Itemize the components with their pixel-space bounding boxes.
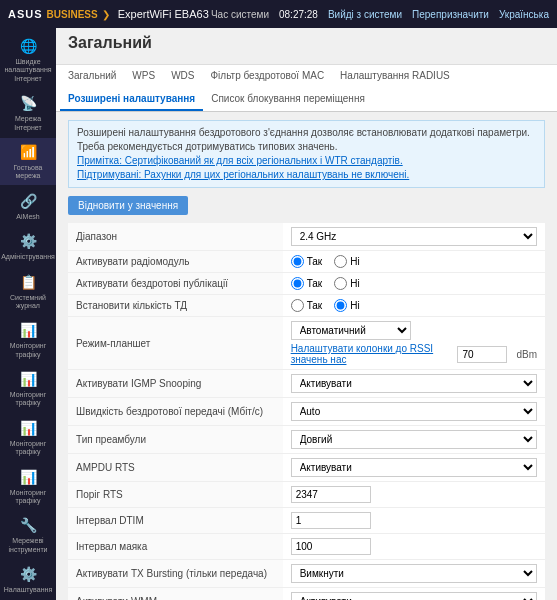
beacon-interval-input[interactable] bbox=[291, 538, 371, 555]
table-row: Інтервал DTIM bbox=[68, 508, 545, 534]
radio-td-yes[interactable]: Так bbox=[291, 299, 323, 312]
page-title: Загальний bbox=[68, 34, 545, 52]
traffic2-icon: 📊 bbox=[18, 369, 38, 389]
sidebar-label-traffic4: Моніторинг трафіку bbox=[2, 489, 54, 506]
field-value[interactable]: Auto bbox=[283, 398, 545, 426]
info-note: Примітка: Сертифікований як для всіх рег… bbox=[77, 155, 403, 166]
tools-icon: 🔧 bbox=[18, 515, 38, 535]
language-selector[interactable]: Українська bbox=[499, 9, 549, 20]
radio-broadcast-yes[interactable]: Так bbox=[291, 277, 323, 290]
sidebar-item-aimesh[interactable]: 🔗 AiMesh bbox=[0, 187, 56, 225]
field-label: Поріг RTS bbox=[68, 482, 283, 508]
field-value[interactable] bbox=[283, 508, 545, 534]
igmp-select[interactable]: АктивуватиВимкнути bbox=[291, 374, 537, 393]
business-text: BUSINESS bbox=[47, 9, 98, 20]
field-value[interactable]: 2.4 GHz 5 GHz bbox=[283, 223, 545, 251]
tab-wds[interactable]: WDS bbox=[163, 65, 202, 88]
table-row: Діапазон 2.4 GHz 5 GHz bbox=[68, 223, 545, 251]
radio-yes[interactable]: Так bbox=[291, 255, 323, 268]
field-label: AMPDU RTS bbox=[68, 454, 283, 482]
radio-broadcast-no[interactable]: Ні bbox=[334, 277, 359, 290]
content-body: Розширені налаштування бездротового з'єд… bbox=[56, 112, 557, 600]
field-value[interactable]: ДовгийКороткий bbox=[283, 426, 545, 454]
sidebar-item-traffic1[interactable]: 📊 Моніторинг трафіку bbox=[0, 316, 56, 363]
tab-radius[interactable]: Налаштування RADIUS bbox=[332, 65, 458, 88]
sidebar-item-network[interactable]: 📡 Мережа Інтернет bbox=[0, 89, 56, 136]
main-layout: 🌐 Швидке налаштування Інтернет 📡 Мережа … bbox=[0, 28, 557, 600]
rssi-row: Налаштувати колонки до RSSI значень нас … bbox=[291, 343, 537, 365]
sidebar-item-tools[interactable]: 🔧 Мережеві інструменти bbox=[0, 511, 56, 558]
info-note-link[interactable]: Примітка: Сертифікований як для всіх рег… bbox=[77, 155, 403, 166]
radio-no[interactable]: Ні bbox=[334, 255, 359, 268]
sidebar-item-traffic3[interactable]: 📊 Моніторинг трафіку bbox=[0, 414, 56, 461]
field-value[interactable]: АктивуватиВимкнути bbox=[283, 588, 545, 601]
table-row: Активувати TX Bursting (тільки передача)… bbox=[68, 560, 545, 588]
wmm-select[interactable]: АктивуватиВимкнути bbox=[291, 592, 537, 600]
field-value[interactable]: АктивуватиВимкнути bbox=[283, 454, 545, 482]
dtim-input[interactable] bbox=[291, 512, 371, 529]
time-display: 08:27:28 bbox=[279, 9, 318, 20]
sidebar-label-aimesh: AiMesh bbox=[16, 213, 39, 221]
tab-mac-filter[interactable]: Фільтр бездротової MAC bbox=[202, 65, 332, 88]
table-row: Встановити кількість ТД Так Ні bbox=[68, 295, 545, 317]
dbm-unit: dBm bbox=[516, 349, 537, 360]
time-label: Час системи bbox=[211, 9, 269, 20]
wireless-icon: 📶 bbox=[18, 142, 38, 162]
sidebar-label-settings: Налаштування bbox=[4, 586, 52, 594]
rts-threshold-input[interactable] bbox=[291, 486, 371, 503]
network-icon: 📡 bbox=[18, 93, 38, 113]
sidebar-item-syslog[interactable]: 📋 Системний журнал bbox=[0, 268, 56, 315]
top-header: ASUS BUSINESS ❯ ExpertWiFi EBA63 Час сис… bbox=[0, 0, 557, 28]
radio-td-no[interactable]: Ні bbox=[334, 299, 359, 312]
info-link-text: Підтримувані: Рахунки для цих регіональн… bbox=[77, 169, 409, 180]
rssi-input[interactable] bbox=[457, 346, 507, 363]
sidebar-item-traffic4[interactable]: 📊 Моніторинг трафіку bbox=[0, 463, 56, 510]
product-name: ExpertWiFi EBA63 bbox=[118, 8, 209, 20]
sidebar-item-admin[interactable]: ⚙️ Адміністрування bbox=[0, 227, 56, 265]
field-label: Режим-планшет bbox=[68, 317, 283, 370]
sidebar-item-settings[interactable]: ⚙️ Налаштування bbox=[0, 560, 56, 598]
ampdu-rts-select[interactable]: АктивуватиВимкнути bbox=[291, 458, 537, 477]
sidebar-label-internet: Швидке налаштування Інтернет bbox=[2, 58, 54, 83]
reconnect-link[interactable]: Перепризначити bbox=[412, 9, 489, 20]
sidebar-item-traffic2[interactable]: 📊 Моніторинг трафіку bbox=[0, 365, 56, 412]
sidebar-label-syslog: Системний журнал bbox=[2, 294, 54, 311]
field-value: Автоматичний Налаштувати колонки до RSSI… bbox=[283, 317, 545, 370]
field-value[interactable]: ВимкнутиАктивувати bbox=[283, 560, 545, 588]
info-link[interactable]: Підтримувані: Рахунки для цих регіональн… bbox=[77, 169, 409, 180]
field-label: Інтервал маяка bbox=[68, 534, 283, 560]
band-select[interactable]: 2.4 GHz 5 GHz bbox=[291, 227, 537, 246]
table-row: Тип преамбули ДовгийКороткий bbox=[68, 426, 545, 454]
speed-select[interactable]: Auto bbox=[291, 402, 537, 421]
sidebar-item-wireless[interactable]: 📶 Гостьова мережа bbox=[0, 138, 56, 185]
content-area: Загальний Загальний WPS WDS Фільтр бездр… bbox=[56, 28, 557, 600]
field-value[interactable] bbox=[283, 534, 545, 560]
table-row: Швидкість бездротової передачі (Мбіт/с) … bbox=[68, 398, 545, 426]
login-link[interactable]: Вийді з системи bbox=[328, 9, 402, 20]
tx-bursting-select[interactable]: ВимкнутиАктивувати bbox=[291, 564, 537, 583]
field-label: Встановити кількість ТД bbox=[68, 295, 283, 317]
traffic1-icon: 📊 bbox=[18, 320, 38, 340]
tab-advanced[interactable]: Розширені налаштування bbox=[60, 88, 203, 111]
field-value: Так Ні bbox=[283, 273, 545, 295]
tab-general[interactable]: Загальний bbox=[60, 65, 124, 88]
table-row: Режим-планшет Автоматичний Налаштувати к… bbox=[68, 317, 545, 370]
preamble-select[interactable]: ДовгийКороткий bbox=[291, 430, 537, 449]
sidebar-item-internet[interactable]: 🌐 Швидке налаштування Інтернет bbox=[0, 32, 56, 87]
field-label: Тип преамбули bbox=[68, 426, 283, 454]
rssi-link[interactable]: Налаштувати колонки до RSSI значень нас bbox=[291, 343, 452, 365]
mode-select[interactable]: Автоматичний bbox=[291, 321, 411, 340]
field-value[interactable]: АктивуватиВимкнути bbox=[283, 370, 545, 398]
traffic4-icon: 📊 bbox=[18, 467, 38, 487]
settings-form: Діапазон 2.4 GHz 5 GHz Активувати радіом… bbox=[68, 223, 545, 600]
field-value: Так Ні bbox=[283, 251, 545, 273]
tab-blocklist[interactable]: Список блокування переміщення bbox=[203, 88, 373, 111]
sidebar-label-tools: Мережеві інструменти bbox=[2, 537, 54, 554]
field-value[interactable] bbox=[283, 482, 545, 508]
tab-wps[interactable]: WPS bbox=[124, 65, 163, 88]
table-row: Активувати радіомодуль Так Ні bbox=[68, 251, 545, 273]
restore-button[interactable]: Відновити у значення bbox=[68, 196, 188, 215]
info-text: Розширені налаштування бездротового з'єд… bbox=[77, 127, 530, 152]
sidebar: 🌐 Швидке налаштування Інтернет 📡 Мережа … bbox=[0, 28, 56, 600]
sidebar-label-admin: Адміністрування bbox=[1, 253, 55, 261]
